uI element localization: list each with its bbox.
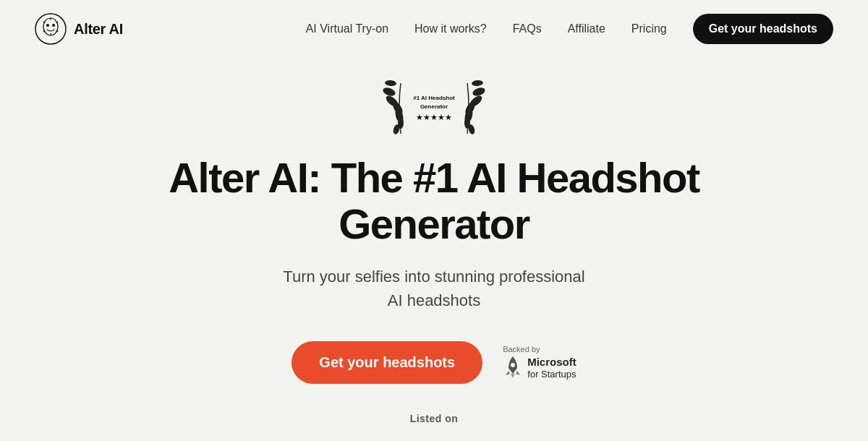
svg-point-19 bbox=[472, 86, 486, 98]
nav-get-headshots-button[interactable]: Get your headshots bbox=[693, 14, 833, 44]
svg-point-2 bbox=[46, 24, 49, 27]
svg-text:#1 AI Headshot: #1 AI Headshot bbox=[413, 95, 455, 101]
svg-point-20 bbox=[472, 80, 484, 86]
microsoft-logo-row: Microsoft for Startups bbox=[503, 355, 576, 380]
nav-link-how-it-works[interactable]: How it works? bbox=[414, 22, 487, 35]
award-badge: #1 AI Headshot Generator ★★★★★ bbox=[376, 72, 492, 137]
listed-on-label: Listed on bbox=[410, 413, 459, 424]
logo-text: Alter AI bbox=[74, 21, 123, 38]
nav-links: AI Virtual Try-on How it works? FAQs Aff… bbox=[306, 14, 833, 44]
nav-link-faqs[interactable]: FAQs bbox=[513, 22, 542, 35]
svg-text:Generator: Generator bbox=[420, 103, 448, 110]
hero-cta-row: Get your headshots Backed by Microsoft f… bbox=[292, 341, 576, 384]
svg-point-13 bbox=[385, 80, 397, 86]
award-laurel: #1 AI Headshot Generator ★★★★★ bbox=[376, 72, 492, 137]
nav-link-affiliate[interactable]: Affiliate bbox=[568, 22, 605, 35]
listed-on-row: Listed on bbox=[410, 413, 459, 424]
hero-section: #1 AI Headshot Generator ★★★★★ Alter AI:… bbox=[0, 58, 868, 424]
logo-icon bbox=[35, 13, 67, 45]
backed-by-text: Backed by bbox=[503, 345, 540, 354]
nav-link-ai-virtual-try-on[interactable]: AI Virtual Try-on bbox=[306, 22, 388, 35]
svg-point-3 bbox=[52, 24, 55, 27]
nav-link-pricing[interactable]: Pricing bbox=[631, 22, 667, 35]
hero-headline: Alter AI: The #1 AI Headshot Generator bbox=[109, 155, 760, 247]
logo[interactable]: Alter AI bbox=[35, 13, 123, 45]
microsoft-badge: Backed by Microsoft for Startups bbox=[503, 345, 576, 380]
microsoft-text-block: Microsoft for Startups bbox=[527, 356, 576, 380]
microsoft-sub: for Startups bbox=[527, 369, 576, 380]
svg-point-12 bbox=[382, 86, 396, 98]
svg-text:★★★★★: ★★★★★ bbox=[416, 113, 452, 121]
svg-point-27 bbox=[511, 363, 515, 367]
microsoft-name: Microsoft bbox=[527, 356, 576, 369]
hero-subheadline: Turn your selfies into stunning professi… bbox=[283, 265, 584, 312]
hero-get-headshots-button[interactable]: Get your headshots bbox=[292, 341, 482, 384]
svg-point-1 bbox=[43, 18, 58, 35]
navbar: Alter AI AI Virtual Try-on How it works?… bbox=[0, 0, 868, 58]
rocket-icon bbox=[503, 355, 523, 380]
